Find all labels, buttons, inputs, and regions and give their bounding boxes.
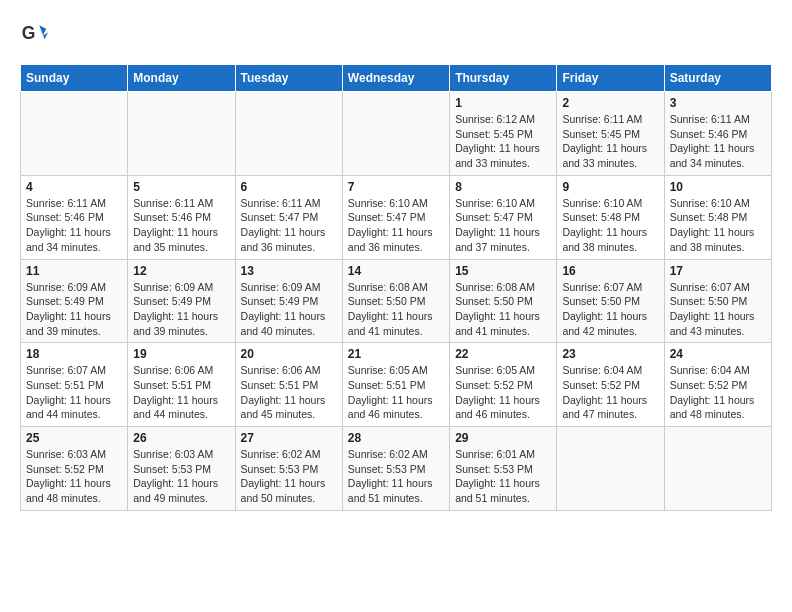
calendar-table: SundayMondayTuesdayWednesdayThursdayFrid… [20, 64, 772, 511]
week-row-1: 1Sunrise: 6:12 AM Sunset: 5:45 PM Daylig… [21, 92, 772, 176]
day-number: 13 [241, 264, 337, 278]
day-number: 1 [455, 96, 551, 110]
day-number: 11 [26, 264, 122, 278]
calendar-cell: 7Sunrise: 6:10 AM Sunset: 5:47 PM Daylig… [342, 175, 449, 259]
calendar-cell: 21Sunrise: 6:05 AM Sunset: 5:51 PM Dayli… [342, 343, 449, 427]
day-detail: Sunrise: 6:10 AM Sunset: 5:48 PM Dayligh… [562, 196, 658, 255]
day-number: 12 [133, 264, 229, 278]
day-number: 23 [562, 347, 658, 361]
day-detail: Sunrise: 6:08 AM Sunset: 5:50 PM Dayligh… [348, 280, 444, 339]
col-header-saturday: Saturday [664, 65, 771, 92]
week-row-2: 4Sunrise: 6:11 AM Sunset: 5:46 PM Daylig… [21, 175, 772, 259]
calendar-cell: 24Sunrise: 6:04 AM Sunset: 5:52 PM Dayli… [664, 343, 771, 427]
svg-marker-1 [39, 25, 48, 39]
day-number: 10 [670, 180, 766, 194]
day-detail: Sunrise: 6:07 AM Sunset: 5:50 PM Dayligh… [562, 280, 658, 339]
calendar-cell [664, 427, 771, 511]
col-header-sunday: Sunday [21, 65, 128, 92]
day-detail: Sunrise: 6:11 AM Sunset: 5:47 PM Dayligh… [241, 196, 337, 255]
day-detail: Sunrise: 6:06 AM Sunset: 5:51 PM Dayligh… [133, 363, 229, 422]
day-detail: Sunrise: 6:08 AM Sunset: 5:50 PM Dayligh… [455, 280, 551, 339]
calendar-cell: 23Sunrise: 6:04 AM Sunset: 5:52 PM Dayli… [557, 343, 664, 427]
week-row-3: 11Sunrise: 6:09 AM Sunset: 5:49 PM Dayli… [21, 259, 772, 343]
day-detail: Sunrise: 6:09 AM Sunset: 5:49 PM Dayligh… [133, 280, 229, 339]
day-number: 27 [241, 431, 337, 445]
day-detail: Sunrise: 6:04 AM Sunset: 5:52 PM Dayligh… [562, 363, 658, 422]
day-number: 18 [26, 347, 122, 361]
day-detail: Sunrise: 6:03 AM Sunset: 5:53 PM Dayligh… [133, 447, 229, 506]
day-detail: Sunrise: 6:11 AM Sunset: 5:46 PM Dayligh… [133, 196, 229, 255]
day-number: 25 [26, 431, 122, 445]
day-detail: Sunrise: 6:05 AM Sunset: 5:52 PM Dayligh… [455, 363, 551, 422]
calendar-cell [235, 92, 342, 176]
week-row-4: 18Sunrise: 6:07 AM Sunset: 5:51 PM Dayli… [21, 343, 772, 427]
day-number: 2 [562, 96, 658, 110]
day-detail: Sunrise: 6:04 AM Sunset: 5:52 PM Dayligh… [670, 363, 766, 422]
header-row: SundayMondayTuesdayWednesdayThursdayFrid… [21, 65, 772, 92]
day-number: 7 [348, 180, 444, 194]
day-number: 24 [670, 347, 766, 361]
day-number: 29 [455, 431, 551, 445]
calendar-cell: 12Sunrise: 6:09 AM Sunset: 5:49 PM Dayli… [128, 259, 235, 343]
calendar-cell: 6Sunrise: 6:11 AM Sunset: 5:47 PM Daylig… [235, 175, 342, 259]
calendar-cell: 11Sunrise: 6:09 AM Sunset: 5:49 PM Dayli… [21, 259, 128, 343]
calendar-cell: 22Sunrise: 6:05 AM Sunset: 5:52 PM Dayli… [450, 343, 557, 427]
week-row-5: 25Sunrise: 6:03 AM Sunset: 5:52 PM Dayli… [21, 427, 772, 511]
calendar-cell: 3Sunrise: 6:11 AM Sunset: 5:46 PM Daylig… [664, 92, 771, 176]
page-header: G [20, 20, 772, 48]
day-number: 17 [670, 264, 766, 278]
day-number: 3 [670, 96, 766, 110]
calendar-cell: 29Sunrise: 6:01 AM Sunset: 5:53 PM Dayli… [450, 427, 557, 511]
calendar-cell: 18Sunrise: 6:07 AM Sunset: 5:51 PM Dayli… [21, 343, 128, 427]
calendar-cell: 4Sunrise: 6:11 AM Sunset: 5:46 PM Daylig… [21, 175, 128, 259]
day-detail: Sunrise: 6:06 AM Sunset: 5:51 PM Dayligh… [241, 363, 337, 422]
day-detail: Sunrise: 6:02 AM Sunset: 5:53 PM Dayligh… [241, 447, 337, 506]
day-detail: Sunrise: 6:02 AM Sunset: 5:53 PM Dayligh… [348, 447, 444, 506]
day-detail: Sunrise: 6:12 AM Sunset: 5:45 PM Dayligh… [455, 112, 551, 171]
day-detail: Sunrise: 6:07 AM Sunset: 5:50 PM Dayligh… [670, 280, 766, 339]
calendar-cell: 26Sunrise: 6:03 AM Sunset: 5:53 PM Dayli… [128, 427, 235, 511]
logo-icon: G [20, 20, 48, 48]
calendar-cell: 25Sunrise: 6:03 AM Sunset: 5:52 PM Dayli… [21, 427, 128, 511]
day-number: 9 [562, 180, 658, 194]
day-number: 22 [455, 347, 551, 361]
calendar-cell: 5Sunrise: 6:11 AM Sunset: 5:46 PM Daylig… [128, 175, 235, 259]
calendar-cell: 16Sunrise: 6:07 AM Sunset: 5:50 PM Dayli… [557, 259, 664, 343]
col-header-wednesday: Wednesday [342, 65, 449, 92]
calendar-cell: 10Sunrise: 6:10 AM Sunset: 5:48 PM Dayli… [664, 175, 771, 259]
calendar-cell: 1Sunrise: 6:12 AM Sunset: 5:45 PM Daylig… [450, 92, 557, 176]
calendar-body: 1Sunrise: 6:12 AM Sunset: 5:45 PM Daylig… [21, 92, 772, 511]
calendar-cell [342, 92, 449, 176]
calendar-cell: 14Sunrise: 6:08 AM Sunset: 5:50 PM Dayli… [342, 259, 449, 343]
day-number: 6 [241, 180, 337, 194]
day-number: 19 [133, 347, 229, 361]
calendar-cell [128, 92, 235, 176]
day-number: 15 [455, 264, 551, 278]
col-header-friday: Friday [557, 65, 664, 92]
calendar-cell: 8Sunrise: 6:10 AM Sunset: 5:47 PM Daylig… [450, 175, 557, 259]
day-number: 20 [241, 347, 337, 361]
day-detail: Sunrise: 6:11 AM Sunset: 5:46 PM Dayligh… [26, 196, 122, 255]
day-detail: Sunrise: 6:05 AM Sunset: 5:51 PM Dayligh… [348, 363, 444, 422]
calendar-header: SundayMondayTuesdayWednesdayThursdayFrid… [21, 65, 772, 92]
day-detail: Sunrise: 6:03 AM Sunset: 5:52 PM Dayligh… [26, 447, 122, 506]
day-number: 14 [348, 264, 444, 278]
day-number: 5 [133, 180, 229, 194]
calendar-cell: 13Sunrise: 6:09 AM Sunset: 5:49 PM Dayli… [235, 259, 342, 343]
calendar-cell: 17Sunrise: 6:07 AM Sunset: 5:50 PM Dayli… [664, 259, 771, 343]
day-detail: Sunrise: 6:11 AM Sunset: 5:46 PM Dayligh… [670, 112, 766, 171]
day-number: 16 [562, 264, 658, 278]
calendar-cell [557, 427, 664, 511]
day-detail: Sunrise: 6:01 AM Sunset: 5:53 PM Dayligh… [455, 447, 551, 506]
calendar-cell: 27Sunrise: 6:02 AM Sunset: 5:53 PM Dayli… [235, 427, 342, 511]
day-detail: Sunrise: 6:10 AM Sunset: 5:47 PM Dayligh… [348, 196, 444, 255]
calendar-cell: 9Sunrise: 6:10 AM Sunset: 5:48 PM Daylig… [557, 175, 664, 259]
calendar-cell: 2Sunrise: 6:11 AM Sunset: 5:45 PM Daylig… [557, 92, 664, 176]
col-header-thursday: Thursday [450, 65, 557, 92]
day-number: 28 [348, 431, 444, 445]
logo: G [20, 20, 52, 48]
calendar-cell: 19Sunrise: 6:06 AM Sunset: 5:51 PM Dayli… [128, 343, 235, 427]
day-number: 21 [348, 347, 444, 361]
day-detail: Sunrise: 6:11 AM Sunset: 5:45 PM Dayligh… [562, 112, 658, 171]
calendar-cell: 20Sunrise: 6:06 AM Sunset: 5:51 PM Dayli… [235, 343, 342, 427]
